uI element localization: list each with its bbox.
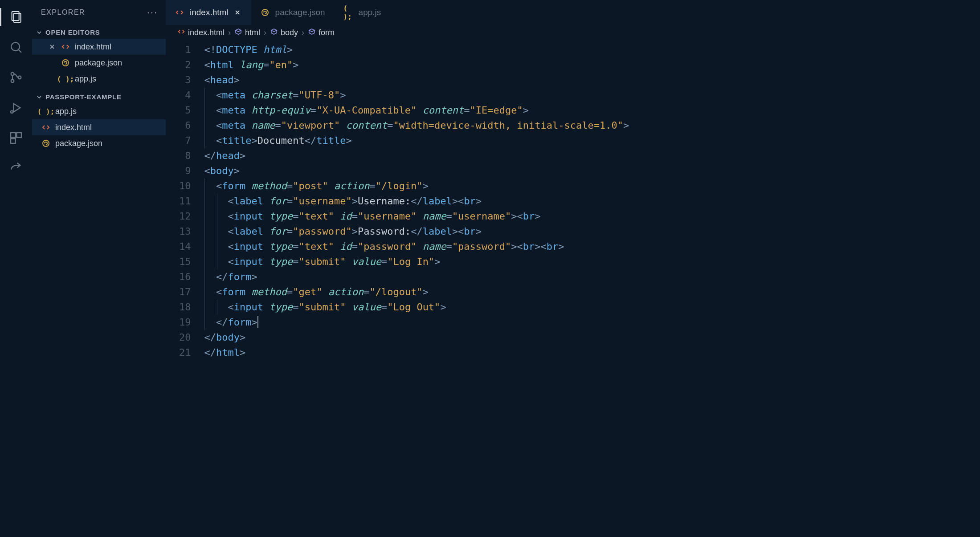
indent-guide (217, 254, 217, 269)
explorer-header: EXPLORER ··· (32, 0, 166, 25)
code-line[interactable]: <meta http-equiv="X-UA-Compatible" conte… (204, 103, 629, 118)
breadcrumb-item[interactable]: html (234, 28, 260, 38)
svg-point-18 (262, 9, 268, 16)
line-number: 18 (179, 300, 191, 315)
folder-file-item[interactable]: ( );app.js (32, 103, 166, 119)
open-editors-tree: index.htmlpackage.json( );app.js (32, 39, 166, 90)
indent-guide (217, 209, 217, 224)
breadcrumb-separator: › (302, 28, 304, 37)
extensions-icon[interactable] (5, 127, 27, 149)
explorer-icon[interactable] (5, 6, 27, 28)
html-file-icon (177, 28, 185, 38)
folder-file-item[interactable]: package.json (32, 135, 166, 151)
line-number: 21 (179, 345, 191, 360)
svg-point-6 (18, 76, 21, 79)
svg-line-3 (18, 49, 21, 53)
code-line[interactable]: </form> (204, 269, 629, 285)
line-number: 4 (179, 88, 191, 103)
indent-guide (217, 300, 217, 315)
code-line[interactable]: <title>Document</title> (204, 133, 629, 148)
activity-bar (0, 0, 32, 537)
tab-label: package.json (275, 8, 325, 17)
code-line[interactable]: <html lang="en"> (204, 57, 629, 73)
indent-guide (204, 88, 205, 103)
breadcrumb-separator: › (228, 28, 231, 37)
tab-label: index.html (190, 8, 229, 17)
code-line[interactable]: <form method="get" action="/logout"> (204, 285, 629, 300)
indent-guide (217, 224, 217, 239)
open-editors-header[interactable]: OPEN EDITORS (32, 25, 166, 39)
code-line[interactable]: <label for="password">Password:</label><… (204, 224, 629, 239)
code-line[interactable]: <body> (204, 163, 629, 179)
indent-guide (204, 179, 205, 194)
code-line[interactable]: <input type="submit" value="Log In"> (204, 254, 629, 269)
breadcrumb-item[interactable]: body (270, 28, 298, 38)
open-editor-item[interactable]: index.html (32, 39, 166, 55)
editor-tab[interactable]: package.json (251, 0, 335, 25)
line-number: 1 (179, 42, 191, 57)
editor-tab[interactable]: index.html (166, 0, 251, 25)
indent-guide (204, 315, 205, 330)
close-icon[interactable] (234, 9, 242, 16)
editor-tabs: index.htmlpackage.json( );app.js (166, 0, 980, 25)
breadcrumb-item[interactable]: index.html (177, 28, 225, 38)
indent-guide (217, 194, 217, 209)
chevron-down-icon (36, 29, 43, 36)
editor-area: index.htmlpackage.json( );app.js index.h… (166, 0, 980, 537)
open-editor-item[interactable]: ( );app.js (32, 71, 166, 87)
open-editor-item[interactable]: package.json (32, 55, 166, 71)
code-line[interactable]: <!DOCTYPE html> (204, 42, 629, 57)
indent-guide (204, 224, 205, 239)
line-number: 5 (179, 103, 191, 118)
source-control-icon[interactable] (5, 67, 27, 88)
code-line[interactable]: <label for="username">Username:</label><… (204, 194, 629, 209)
run-debug-icon[interactable] (5, 97, 27, 118)
code-line[interactable]: <form method="post" action="/login"> (204, 179, 629, 194)
folder-tree: ( );app.jsindex.htmlpackage.json (32, 103, 166, 154)
file-name: index.html (55, 123, 92, 132)
close-icon[interactable] (48, 43, 56, 50)
folder-file-item[interactable]: index.html (32, 119, 166, 135)
code-line[interactable]: <input type="text" id="password" name="p… (204, 239, 629, 254)
code-line[interactable]: <input type="text" id="username" name="u… (204, 209, 629, 224)
html-file-icon (41, 123, 51, 132)
breadcrumb-label: html (245, 28, 260, 37)
html-file-icon (61, 42, 70, 51)
editor-tab[interactable]: ( );app.js (335, 0, 391, 25)
code-line[interactable]: </form> (204, 315, 629, 330)
share-icon[interactable] (5, 158, 27, 179)
svg-rect-10 (16, 133, 21, 138)
line-number: 17 (179, 285, 191, 300)
svg-point-15 (43, 140, 49, 146)
search-icon[interactable] (5, 37, 27, 58)
breadcrumb-item[interactable]: form (308, 28, 335, 38)
file-name: app.js (75, 74, 96, 84)
json-file-icon (260, 8, 270, 17)
code-line[interactable]: <meta name="viewport" content="width=dev… (204, 118, 629, 133)
line-number: 10 (179, 179, 191, 194)
js-file-icon: ( ); (41, 107, 51, 116)
indent-guide (204, 239, 205, 254)
code-line[interactable]: <meta charset="UTF-8"> (204, 88, 629, 103)
code-line[interactable]: </body> (204, 330, 629, 345)
svg-point-5 (11, 80, 14, 83)
explorer-sidebar: EXPLORER ··· OPEN EDITORS index.htmlpack… (32, 0, 166, 537)
breadcrumb-label: form (318, 28, 335, 37)
code-line[interactable]: </head> (204, 148, 629, 163)
code-content[interactable]: <!DOCTYPE html><html lang="en"><head> <m… (200, 41, 629, 537)
symbol-icon (270, 28, 278, 38)
line-number: 16 (179, 269, 191, 285)
indent-guide (204, 103, 205, 118)
folder-header[interactable]: PASSPORT-EXAMPLE (32, 90, 166, 103)
indent-guide (204, 133, 205, 148)
line-number: 15 (179, 254, 191, 269)
code-line[interactable]: </html> (204, 345, 629, 360)
code-line[interactable]: <input type="submit" value="Log Out"> (204, 300, 629, 315)
code-line[interactable]: <head> (204, 73, 629, 88)
code-editor[interactable]: 123456789101112131415161718192021 <!DOCT… (166, 41, 980, 537)
svg-point-4 (11, 73, 14, 76)
indent-guide (204, 194, 205, 209)
explorer-more-icon[interactable]: ··· (147, 7, 158, 18)
file-name: index.html (75, 42, 111, 52)
breadcrumb-label: body (281, 28, 298, 37)
